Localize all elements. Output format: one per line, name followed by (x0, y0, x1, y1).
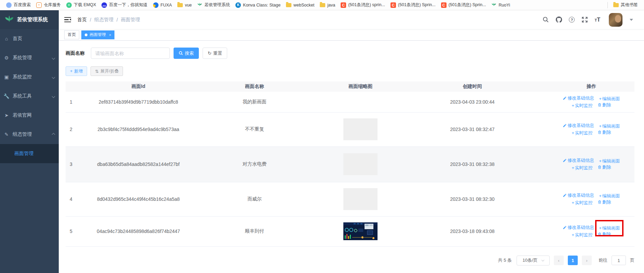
bookmark-csdn-2[interactable]: C (501条消息) Sprin... (388, 1, 438, 9)
plus-icon: + (572, 232, 574, 237)
sidebar-item-system-monitor[interactable]: ▣ 系统监控 (0, 67, 59, 87)
sidebar-item-label: 系统监控 (13, 74, 32, 80)
created-time: 2023-03-31 08:32:47 (396, 112, 548, 146)
bookmark-warehouse[interactable]: − 仓库服务 (33, 1, 64, 9)
table-row: 2 2b3c9bf4c75f4ddd954e9ad4c9b573aa 不不重复 … (66, 112, 634, 146)
user-menu-caret-icon[interactable] (630, 19, 633, 21)
bookmark-label: webSocket (293, 3, 314, 8)
sidebar-item-label: 首页 (13, 36, 22, 42)
goto-label: 前往 (599, 257, 607, 263)
delete-link[interactable]: 删除 (598, 199, 611, 205)
page-label: 页 (630, 257, 634, 263)
bookmark-vue[interactable]: vue (175, 2, 194, 9)
chevron-down-icon (52, 75, 55, 79)
emqx-icon: ≡ (66, 2, 72, 8)
bookmark-baidu-search[interactable]: 百度搜索 (3, 1, 33, 9)
sidebar-item-system-mgmt[interactable]: ⚙ 系统管理 (0, 48, 59, 67)
bookmark-baidu[interactable]: 灬 百度一下，你就知道 (99, 1, 150, 9)
realtime-monitor-link[interactable]: +实时监控 (572, 130, 593, 136)
delete-link[interactable]: 删除 (598, 231, 611, 237)
edit-screen-link[interactable]: +编辑画面 (599, 96, 620, 102)
table-row: 4 8d0432d965c344c49f4c45b16c24a5a8 而威尔 2… (66, 182, 634, 216)
goto-page-input[interactable] (612, 256, 626, 265)
delete-link[interactable]: 删除 (598, 102, 611, 108)
realtime-monitor-link[interactable]: +实时监控 (572, 232, 593, 238)
baidu-paw-icon: 灬 (101, 2, 107, 8)
app-logo[interactable]: 若依管理系统 (0, 10, 59, 29)
edit-info-link[interactable]: 修改基础信息 (563, 122, 594, 129)
next-page-button[interactable]: › (582, 256, 592, 265)
browser-bookmarks-bar: 百度搜索 − 仓库服务 ≡ 下载 EMQX 灬 百度一下，你就知道 FUXA v… (0, 0, 644, 10)
plus-icon: + (599, 96, 602, 101)
page-number-1[interactable]: 1 (568, 256, 578, 265)
bookmark-label: RuoYi (498, 3, 510, 8)
screen-id: 04ac94c73b24485898d6a826f74b2447 (92, 216, 184, 246)
delete-link[interactable]: 删除 (598, 129, 611, 135)
chevron-down-icon (52, 94, 55, 98)
edit-screen-link[interactable]: +编辑画面 (599, 193, 620, 199)
edit-screen-link[interactable]: +编辑画面 (599, 158, 620, 164)
sidebar-collapse-icon[interactable] (64, 17, 71, 23)
realtime-monitor-link[interactable]: +实时监控 (572, 165, 593, 171)
sidebar-item-screen-mgmt-active[interactable]: 画面管理 (0, 144, 59, 163)
tab-home[interactable]: 首页 (64, 30, 79, 39)
bookmark-csdn-1[interactable]: C (501条消息) sprin... (338, 1, 388, 9)
realtime-monitor-link[interactable]: +实时监控 (572, 103, 593, 109)
plus-icon: + (599, 225, 602, 231)
avatar[interactable] (609, 13, 622, 27)
sidebar-item-system-tools[interactable]: 🔧 系统工具 (0, 87, 59, 106)
edit-info-link[interactable]: 修改基础信息 (563, 192, 594, 198)
screen-name: 不不重复 (184, 112, 325, 146)
breadcrumb-level2: 画面管理 (121, 17, 140, 23)
col-thumbnail: 画面缩略图 (325, 81, 396, 92)
reset-button[interactable]: ↻ 重置 (203, 48, 227, 59)
row-actions: 修改基础信息 +编辑画面 +实时监控 删除 (548, 92, 634, 112)
github-icon[interactable] (556, 16, 562, 23)
created-time: 2023-03-31 08:32:38 (396, 146, 548, 182)
sidebar-item-label: 系统管理 (13, 55, 32, 61)
col-created: 创建时间 (396, 81, 548, 92)
realtime-monitor-link[interactable]: +实时监控 (572, 200, 593, 206)
col-screen-id: 画面Id (92, 81, 184, 92)
bookmark-websocket[interactable]: webSocket (283, 2, 317, 9)
folder-icon (177, 3, 183, 7)
add-button[interactable]: + 新增 (66, 66, 87, 76)
page-size-select[interactable]: 10条/页 (517, 256, 550, 265)
help-icon[interactable]: ? (569, 17, 575, 23)
bookmark-fuxa[interactable]: FUXA (150, 1, 175, 9)
edit-info-link[interactable]: 修改基础信息 (563, 95, 594, 101)
table-toolbar: + 新增 ⇅ 展开/折叠 (66, 66, 634, 76)
fullscreen-icon[interactable] (581, 16, 588, 23)
sidebar-item-home[interactable]: ⌂ 首页 (0, 29, 59, 48)
bookmark-ruoyi-admin[interactable]: 若依管理系统 (194, 1, 233, 9)
bookmark-csdn-3[interactable]: C (501条消息) Sprin... (438, 1, 489, 9)
screen-thumbnail-empty (325, 92, 396, 112)
edit-screen-link[interactable]: +编辑画面 (599, 123, 620, 129)
screen-id: 2b3c9bf4c75f4ddd954e9ad4c9b573aa (92, 112, 184, 146)
csdn-icon: C (341, 2, 346, 8)
bookmark-java[interactable]: java (317, 2, 338, 9)
tab-close-icon[interactable]: × (109, 33, 111, 37)
edit-screen-link[interactable]: +编辑画面 (599, 225, 620, 231)
edit-info-link[interactable]: 修改基础信息 (563, 157, 594, 164)
font-size-icon[interactable]: TT (594, 17, 600, 23)
tags-view-bar: 首页 画面管理 × (59, 29, 644, 41)
sidebar-item-ruoyi-site[interactable]: ➤ 若依官网 (0, 106, 59, 125)
sidebar-item-scada-mgmt[interactable]: ✎ 组态管理 (0, 125, 59, 144)
tab-screen-mgmt-active[interactable]: 画面管理 × (81, 30, 114, 39)
expand-collapse-button[interactable]: ⇅ 展开/折叠 (91, 66, 123, 76)
bookmark-emqx[interactable]: ≡ 下载 EMQX (64, 1, 99, 9)
chevron-up-icon (52, 133, 55, 136)
search-button[interactable]: 搜索 (174, 48, 199, 59)
other-bookmarks-button[interactable]: 其他书签 (611, 1, 641, 9)
prev-page-button[interactable]: ‹ (554, 256, 564, 265)
screen-name-input[interactable] (91, 48, 170, 59)
search-icon[interactable] (542, 16, 549, 23)
refresh-icon: ↻ (208, 51, 211, 56)
bookmark-ruoyi[interactable]: RuoYi (489, 1, 513, 9)
bookmark-konva[interactable]: K Konva Class: Stage (233, 1, 283, 9)
edit-info-link[interactable]: 修改基础信息 (563, 224, 594, 231)
delete-link[interactable]: 删除 (598, 164, 611, 170)
breadcrumb-home[interactable]: 首页 (77, 17, 87, 23)
plus-icon: + (599, 193, 602, 198)
